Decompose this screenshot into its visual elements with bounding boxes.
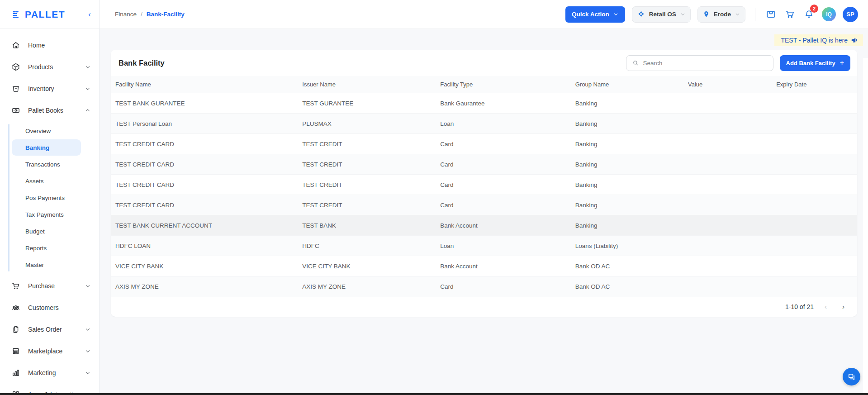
chevron-down-icon: [85, 370, 91, 376]
sidebar-subitem-pos-payments[interactable]: Pos Payments: [12, 190, 81, 206]
pallet-books-icon: [11, 106, 20, 115]
table-row[interactable]: TEST BANK GURANTEE TEST GURANTEE Bank Ga…: [111, 93, 857, 114]
scrollbar-track[interactable]: [863, 58, 868, 395]
card-header: Bank Facility Add Bank Facility +: [111, 50, 857, 76]
sidebar-item-sales-order[interactable]: Sales Order: [0, 319, 99, 340]
pagination-prev-button[interactable]: ‹: [820, 301, 831, 312]
subitem-label: Reports: [25, 245, 47, 252]
cell-facility-type: Bank Gaurantee: [440, 100, 575, 107]
customers-icon: [11, 303, 20, 312]
sidebar-item-label: Marketplace: [28, 347, 77, 355]
add-button-label: Add Bank Facility: [786, 60, 835, 67]
logo-wordmark: PALLET: [25, 9, 65, 20]
subitem-label: Transactions: [25, 161, 60, 168]
pallet-iq-banner[interactable]: TEST - Pallet IQ is here: [774, 34, 863, 46]
sidebar-subitem-overview[interactable]: Overview: [12, 123, 81, 139]
pagination-next-button[interactable]: ›: [838, 301, 849, 312]
sidebar-subitem-transactions[interactable]: Transactions: [12, 156, 81, 172]
sidebar-subitem-tax-payments[interactable]: Tax Payments: [12, 206, 81, 223]
marketplace-storefront-icon: [11, 347, 20, 356]
notification-bell-icon[interactable]: 2: [803, 8, 815, 20]
sidebar-item-inventory[interactable]: Inventory: [0, 78, 99, 100]
search-icon: [632, 59, 639, 67]
cell-issuer-name: TEST CREDIT: [302, 141, 440, 148]
column-header-group-name: Group Name: [575, 81, 688, 88]
topbar-divider: [755, 8, 755, 21]
sidebar-collapse-icon[interactable]: ‹: [86, 9, 93, 20]
location-selector[interactable]: Erode: [697, 6, 745, 23]
table-row[interactable]: VICE CITY BANK VICE CITY BANK Bank Accou…: [111, 256, 857, 276]
sidebar-item-pallet-books[interactable]: Pallet Books: [0, 100, 99, 121]
sidebar-menu: Home Products Inventory Pallet Boo: [0, 29, 99, 395]
cell-facility-name: TEST CREDIT CARD: [115, 161, 302, 168]
sidebar-item-marketplace[interactable]: Marketplace: [0, 340, 99, 362]
cell-facility-type: Bank Account: [440, 222, 575, 229]
pallet-logo-icon: [12, 10, 22, 19]
subitem-label: Assets: [25, 178, 44, 185]
table-row[interactable]: TEST CREDIT CARD TEST CREDIT Card Bankin…: [111, 154, 857, 175]
sidebar-item-marketing[interactable]: Marketing: [0, 362, 99, 384]
cell-group-name: Banking: [575, 141, 688, 148]
subitem-label: Pos Payments: [25, 195, 65, 201]
table-row[interactable]: TEST CREDIT CARD TEST CREDIT Card Bankin…: [111, 134, 857, 154]
sidebar-item-label: Pallet Books: [28, 107, 77, 114]
page-title: Bank Facility: [119, 59, 165, 67]
sales-order-icon: [11, 325, 20, 334]
location-label: Erode: [714, 11, 731, 18]
quick-action-button[interactable]: Quick Action: [565, 6, 625, 23]
cell-facility-name: HDFC LOAN: [115, 243, 302, 249]
cell-issuer-name: HDFC: [302, 243, 440, 249]
pallet-iq-badge[interactable]: IQ: [822, 7, 836, 21]
user-avatar[interactable]: SP: [843, 7, 858, 22]
cell-group-name: Banking: [575, 120, 688, 127]
cell-facility-name: TEST BANK CURRENT ACCOUNT: [115, 222, 302, 229]
workspace-selector[interactable]: Retail OS: [632, 6, 691, 23]
subitem-label: Tax Payments: [25, 211, 64, 218]
sidebar-subitem-budget[interactable]: Budget: [12, 223, 81, 239]
sidebar-item-products[interactable]: Products: [0, 56, 99, 78]
table-row[interactable]: AXIS MY ZONE AXIS MY ZONE Card Bank OD A…: [111, 276, 857, 297]
table-row-highlighted[interactable]: TEST BANK CURRENT ACCOUNT TEST BANK Bank…: [111, 215, 857, 236]
cell-issuer-name: TEST CREDIT: [302, 161, 440, 168]
wallet-icon[interactable]: [765, 8, 777, 20]
column-header-facility-name: Facility Name: [115, 81, 302, 88]
table-row[interactable]: TEST CREDIT CARD TEST CREDIT Card Bankin…: [111, 195, 857, 215]
table-row[interactable]: TEST Personal Loan PLUSMAX Loan Banking: [111, 114, 857, 134]
chevron-down-icon: [85, 326, 91, 333]
sidebar-item-customers[interactable]: Customers: [0, 297, 99, 319]
cell-issuer-name: AXIS MY ZONE: [302, 283, 440, 290]
breadcrumb-separator: /: [141, 11, 142, 18]
cell-facility-type: Bank Account: [440, 263, 575, 270]
sidebar-subitem-banking[interactable]: Banking: [12, 139, 81, 156]
cell-group-name: Banking: [575, 161, 688, 168]
table-row[interactable]: TEST CREDIT CARD TEST CREDIT Card Bankin…: [111, 175, 857, 195]
breadcrumb-parent[interactable]: Finance: [115, 11, 137, 18]
location-pin-icon: [702, 10, 710, 18]
add-bank-facility-button[interactable]: Add Bank Facility +: [780, 55, 850, 71]
cell-group-name: Banking: [575, 222, 688, 229]
cell-issuer-name: VICE CITY BANK: [302, 263, 440, 270]
subitem-label: Master: [25, 262, 44, 268]
chevron-down-icon: [735, 11, 740, 17]
chat-fab-button[interactable]: [843, 368, 860, 385]
table-row[interactable]: HDFC LOAN HDFC Loan Loans (Liability): [111, 236, 857, 256]
sidebar-subitem-reports[interactable]: Reports: [12, 240, 81, 256]
sidebar-item-purchase[interactable]: Purchase: [0, 275, 99, 297]
banner-text: TEST - Pallet IQ is here: [781, 37, 848, 44]
marketing-bar-chart-icon: [11, 368, 20, 377]
search-input[interactable]: [643, 60, 768, 67]
sidebar-item-label: Marketing: [28, 369, 77, 376]
home-icon: [11, 41, 20, 50]
chevron-up-icon: [85, 107, 91, 114]
cell-issuer-name: TEST CREDIT: [302, 181, 440, 188]
chat-icon: [847, 372, 856, 381]
quick-action-label: Quick Action: [572, 11, 609, 18]
sidebar-subitem-master[interactable]: Master: [12, 257, 81, 273]
plus-icon: +: [840, 59, 844, 67]
cart-icon[interactable]: [784, 8, 796, 20]
cell-facility-name: TEST BANK GURANTEE: [115, 100, 302, 107]
chevron-down-icon: [613, 11, 619, 17]
sidebar-item-home[interactable]: Home: [0, 34, 99, 56]
sidebar-subitem-assets[interactable]: Assets: [12, 173, 81, 189]
cell-group-name: Loans (Liability): [575, 243, 688, 249]
